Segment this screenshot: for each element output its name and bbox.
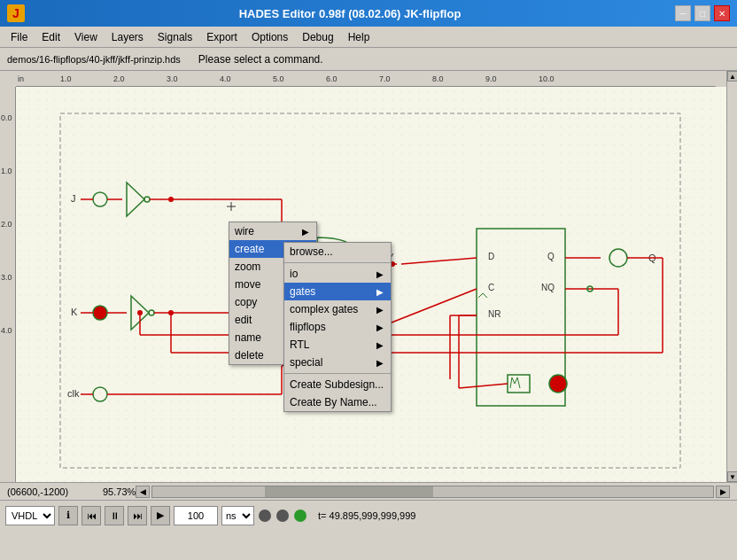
svg-text:C: C xyxy=(488,283,494,292)
sub-gates[interactable]: gates ▶ xyxy=(284,283,391,300)
maximize-button[interactable]: □ xyxy=(694,5,710,21)
svg-text:NQ: NQ xyxy=(541,283,555,292)
coordinates: (06600,-1200) xyxy=(7,486,96,497)
sub-rtl[interactable]: RTL ▶ xyxy=(284,336,391,354)
sub-browse[interactable]: browse... xyxy=(284,243,391,261)
menu-export[interactable]: Export xyxy=(199,29,244,45)
sub-create-by-name[interactable]: Create By Name... xyxy=(284,393,391,411)
time-display: t= 49.895,999,999,999 xyxy=(318,510,415,521)
sub-io[interactable]: io ▶ xyxy=(284,265,391,283)
svg-text:K: K xyxy=(71,307,78,317)
close-button[interactable]: ✕ xyxy=(714,5,730,21)
toolbar: VHDL ℹ ⏮ ⏸ ⏭ ▶ ns us ms t= 49.895,999,99… xyxy=(0,500,737,530)
menu-options[interactable]: Options xyxy=(244,29,295,45)
scroll-right-button[interactable]: ▶ xyxy=(716,486,730,498)
rewind-button[interactable]: ⏮ xyxy=(81,506,101,525)
svg-point-60 xyxy=(168,310,174,315)
menu-bar: File Edit View Layers Signals Export Opt… xyxy=(0,27,737,48)
svg-point-8 xyxy=(93,306,107,320)
zoom-level: 95.73% xyxy=(103,486,136,497)
ctx-wire[interactable]: wire ▶ xyxy=(229,222,316,240)
window-title: HADES Editor 0.98f (08.02.06) JK-flipflo… xyxy=(25,7,675,20)
svg-text:J: J xyxy=(71,193,76,204)
title-bar: J HADES Editor 0.98f (08.02.06) JK-flipf… xyxy=(0,0,737,27)
scroll-up-button[interactable]: ▲ xyxy=(727,71,737,82)
svg-point-62 xyxy=(549,375,567,393)
ruler-top: in 1.0 2.0 3.0 4.0 5.0 6.0 7.0 8.0 9.0 1… xyxy=(16,71,716,87)
sub-create-subdesign[interactable]: Create Subdesign... xyxy=(284,376,391,393)
play-button[interactable]: ▶ xyxy=(151,506,170,525)
sim-dot-1 xyxy=(259,509,271,522)
menu-signals[interactable]: Signals xyxy=(151,29,199,45)
sim-dot-2 xyxy=(276,509,289,522)
sub-flipflops[interactable]: flipflops ▶ xyxy=(284,318,391,336)
scroll-left-button[interactable]: ◀ xyxy=(136,486,150,498)
sim-dot-3 xyxy=(294,509,306,522)
scrollbar-vertical[interactable]: ▲ ▼ xyxy=(726,71,737,482)
menu-view[interactable]: View xyxy=(67,29,105,45)
pause-button[interactable]: ⏸ xyxy=(105,506,124,525)
svg-text:clk: clk xyxy=(67,388,80,399)
svg-text:NR: NR xyxy=(488,309,500,319)
submenu: browse... io ▶ gates ▶ complex gates ▶ f… xyxy=(283,242,392,412)
minimize-button[interactable]: ─ xyxy=(675,5,691,21)
canvas-area: in 1.0 2.0 3.0 4.0 5.0 6.0 7.0 8.0 9.0 1… xyxy=(0,71,726,482)
schematic-canvas[interactable]: J K clk xyxy=(16,87,726,482)
vhdl-select[interactable]: VHDL xyxy=(5,506,55,525)
menu-edit[interactable]: Edit xyxy=(35,29,67,45)
menu-debug[interactable]: Debug xyxy=(295,29,340,45)
sim-time-input[interactable] xyxy=(174,506,218,525)
menu-layers[interactable]: Layers xyxy=(105,29,151,45)
fast-forward-button[interactable]: ⏭ xyxy=(128,506,147,525)
ruler-left: 0.0 1.0 2.0 3.0 4.0 xyxy=(0,87,16,482)
info-button[interactable]: ℹ xyxy=(58,506,78,525)
status-bar: (06600,-1200) 95.73% ◀ ▶ xyxy=(0,482,737,500)
scrollbar-horizontal[interactable] xyxy=(151,486,714,498)
sub-complex-gates[interactable]: complex gates ▶ xyxy=(284,300,391,318)
app-icon: J xyxy=(7,4,25,22)
svg-text:Q: Q xyxy=(547,252,555,261)
main-area: ▲ ▼ in 1.0 2.0 3.0 4.0 5.0 6.0 7.0 8.0 9… xyxy=(0,71,737,482)
scroll-down-button[interactable]: ▼ xyxy=(727,471,737,482)
window-controls: ─ □ ✕ xyxy=(675,5,730,21)
command-hint: Please select a command. xyxy=(198,53,323,66)
menu-file[interactable]: File xyxy=(4,29,35,45)
time-unit-select[interactable]: ns us ms xyxy=(221,506,254,525)
sub-special[interactable]: special ▶ xyxy=(284,354,391,371)
svg-text:D: D xyxy=(488,252,494,261)
filepath-bar: demos/16-flipflops/40-jkff/jkff-prinzip.… xyxy=(0,48,737,71)
file-path: demos/16-flipflops/40-jkff/jkff-prinzip.… xyxy=(7,54,181,65)
menu-help[interactable]: Help xyxy=(341,29,377,45)
